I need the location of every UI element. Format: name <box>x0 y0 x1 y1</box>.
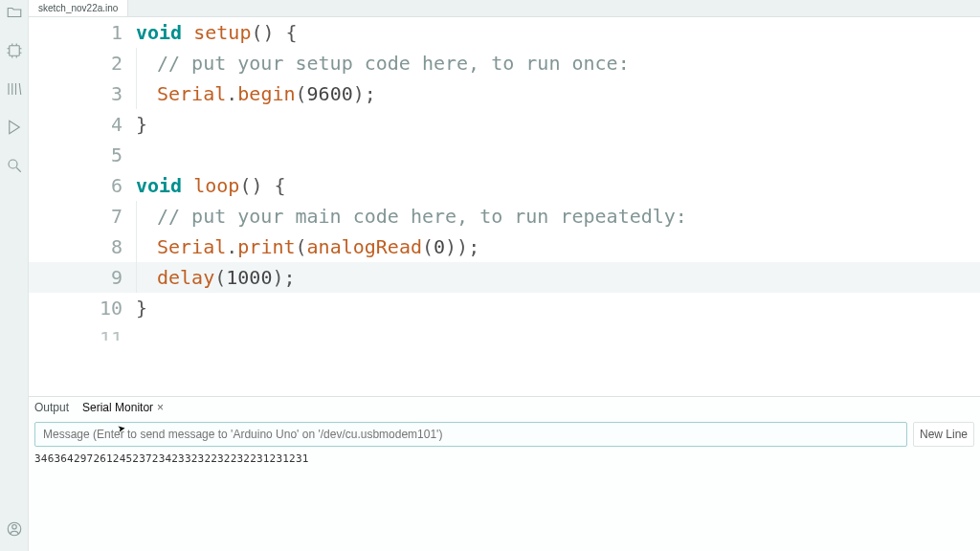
bottom-panel: Output Serial Monitor× New Line 34636429… <box>29 396 980 551</box>
svg-rect-0 <box>9 46 19 56</box>
line-number: 10 <box>29 293 136 323</box>
code-editor[interactable]: 1void setup() { 2// put your setup code … <box>29 17 980 396</box>
serial-message-input[interactable] <box>34 422 907 447</box>
tab-output[interactable]: Output <box>34 401 69 414</box>
svg-point-3 <box>11 525 16 530</box>
svg-point-1 <box>9 160 17 168</box>
line-number: 5 <box>29 140 136 170</box>
line-number: 6 <box>29 170 136 201</box>
line-number: 1 <box>29 17 136 48</box>
editor-tabstrip: sketch_nov22a.ino <box>29 0 980 17</box>
line-number: 7 <box>29 201 136 231</box>
line-ending-select[interactable]: New Line <box>913 422 974 447</box>
debug-icon[interactable] <box>6 119 23 140</box>
line-number: 3 <box>29 78 136 109</box>
close-icon[interactable]: × <box>157 401 164 414</box>
activity-bar <box>0 0 29 551</box>
library-icon[interactable] <box>6 80 23 101</box>
main-area: sketch_nov22a.ino 1void setup() { 2// pu… <box>29 0 980 551</box>
panel-tabs: Output Serial Monitor× <box>29 397 980 418</box>
line-number: 4 <box>29 109 136 140</box>
tab-serial-monitor[interactable]: Serial Monitor× <box>82 401 164 414</box>
file-tab[interactable]: sketch_nov22a.ino <box>29 0 128 16</box>
line-number: 11 <box>29 323 136 341</box>
line-number: 9 <box>29 262 136 293</box>
folder-icon[interactable] <box>6 4 23 25</box>
board-icon[interactable] <box>6 42 23 63</box>
search-icon[interactable] <box>6 157 23 178</box>
file-tab-label: sketch_nov22a.ino <box>38 3 118 13</box>
line-number: 2 <box>29 48 136 78</box>
serial-output: 3463642972612452372342332322322322312312… <box>29 451 980 551</box>
account-icon[interactable] <box>6 520 23 541</box>
line-number: 8 <box>29 231 136 262</box>
